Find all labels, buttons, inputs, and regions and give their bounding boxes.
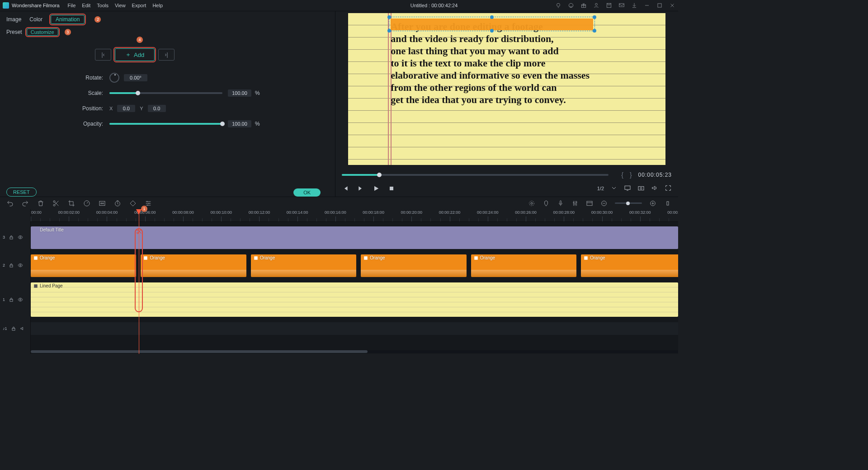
chevron-down-icon[interactable] (610, 184, 618, 193)
svg-rect-34 (34, 256, 38, 260)
brace-close[interactable]: } (630, 171, 632, 179)
play-button[interactable] (373, 185, 380, 192)
brace-open[interactable]: { (621, 171, 623, 179)
track-3[interactable]: Default Title (31, 226, 678, 249)
menu-tools[interactable]: Tools (97, 3, 108, 8)
tab-animation[interactable]: Animation (51, 15, 85, 24)
speed-icon[interactable] (83, 200, 90, 207)
svg-point-0 (557, 3, 560, 6)
position-x[interactable]: 0.0 (117, 105, 135, 112)
support-icon[interactable] (568, 2, 574, 9)
position-y[interactable]: 0.0 (148, 105, 166, 112)
track-audio[interactable] (31, 322, 678, 335)
stop-button[interactable] (388, 185, 395, 192)
next-frame-button[interactable] (357, 185, 364, 192)
render-icon[interactable] (528, 200, 535, 207)
time-ruler[interactable]: 00:00:00:0000:00:02:0000:00:04:0000:00:0… (31, 209, 678, 222)
svg-rect-14 (99, 201, 105, 205)
scale-pct: % (255, 90, 260, 96)
orange-clip[interactable]: Orange (471, 254, 576, 277)
subtab-preset[interactable]: Preset (6, 29, 22, 35)
zoom-in-icon[interactable] (649, 200, 656, 207)
svg-rect-39 (584, 256, 588, 260)
selection-box[interactable] (389, 17, 595, 31)
zoom-out-icon[interactable] (600, 200, 608, 207)
track-1[interactable]: Lined Page (31, 282, 678, 317)
scrubber[interactable] (342, 174, 609, 176)
mixer-icon[interactable] (571, 200, 579, 207)
orange-clip[interactable]: Orange (31, 254, 136, 277)
rotate-value[interactable]: 0.00° (124, 74, 147, 81)
add-keyframe-button[interactable]: ＋Add (115, 48, 155, 61)
menu-view[interactable]: View (115, 3, 126, 8)
track-head-1[interactable]: 1 (0, 297, 31, 302)
menu-export[interactable]: Export (132, 3, 146, 8)
opacity-value[interactable]: 100.00 (228, 120, 251, 127)
reset-button[interactable]: RESET (6, 188, 37, 197)
voiceover-icon[interactable] (557, 200, 564, 207)
delete-icon[interactable] (37, 200, 44, 207)
split-icon[interactable] (52, 200, 60, 207)
gift-icon[interactable] (580, 2, 587, 9)
duration-icon[interactable] (114, 200, 121, 207)
marker-icon[interactable] (542, 200, 550, 207)
svg-point-28 (20, 265, 21, 266)
menu-file[interactable]: File (68, 3, 76, 8)
tips-icon[interactable] (555, 2, 561, 9)
account-icon[interactable] (593, 2, 599, 9)
orange-clip[interactable]: Orange (581, 254, 678, 277)
layout-icon[interactable] (586, 200, 593, 207)
download-icon[interactable] (631, 2, 637, 9)
title-clip[interactable]: Default Title (31, 226, 678, 249)
track-head-a1[interactable]: ♪1 (0, 326, 31, 331)
text-line: elaborative and informative so even the … (391, 69, 638, 81)
orange-clip[interactable]: Orange (141, 254, 246, 277)
close-icon[interactable] (669, 2, 675, 9)
tab-color[interactable]: Color (29, 16, 42, 23)
orange-clip[interactable]: Orange (361, 254, 466, 277)
subtab-customize[interactable]: Customize (27, 28, 58, 36)
volume-icon[interactable] (651, 184, 658, 193)
menu-help[interactable]: Help (152, 3, 163, 8)
svg-point-16 (103, 202, 104, 204)
ruler-tick: 00:00:10:00 (210, 210, 232, 215)
maximize-icon[interactable] (656, 2, 663, 9)
rotate-knob[interactable] (109, 73, 119, 83)
keyframe-icon[interactable] (129, 200, 137, 207)
opacity-slider[interactable] (109, 123, 222, 125)
track-head-2[interactable]: 2 (0, 263, 31, 268)
ok-button[interactable]: OK (293, 188, 321, 197)
timeline[interactable]: 3 2 1 ♪1 00:00:00:0000:00:02:0000:00:04:… (0, 209, 678, 354)
rotate-label: Rotate: (0, 75, 109, 81)
tab-image[interactable]: Image (6, 16, 21, 23)
preview-viewport[interactable]: After you are done editing a footage and… (335, 11, 678, 167)
save-icon[interactable] (606, 2, 612, 9)
page-indicator[interactable]: 1/2 (597, 186, 604, 191)
player-scrubber-row: { } 00:00:05:23 (335, 167, 678, 183)
next-keyframe-button[interactable]: ›| (158, 49, 175, 61)
minimize-icon[interactable] (644, 2, 650, 9)
prev-frame-button[interactable] (342, 185, 349, 192)
scale-value[interactable]: 100.00 (228, 89, 251, 97)
timeline-scrollbar[interactable] (31, 350, 678, 353)
fullscreen-icon[interactable] (665, 184, 672, 193)
color-icon[interactable] (99, 200, 106, 207)
svg-rect-40 (34, 284, 38, 288)
display-mode-icon[interactable] (624, 184, 631, 193)
message-icon[interactable] (618, 2, 625, 9)
undo-icon[interactable] (6, 200, 14, 207)
track-head-3[interactable]: 3 (0, 235, 31, 240)
lined-clip[interactable]: Lined Page (31, 282, 678, 317)
scale-slider[interactable] (109, 92, 222, 94)
snapshot-icon[interactable] (637, 184, 645, 193)
auto-ripple-icon[interactable] (664, 197, 672, 210)
crop-icon[interactable] (68, 200, 75, 207)
zoom-slider[interactable] (615, 202, 642, 204)
svg-rect-25 (10, 237, 13, 240)
text-block[interactable]: After you are done editing a footage and… (391, 20, 638, 106)
redo-icon[interactable] (22, 200, 29, 207)
track-2[interactable]: OrangeOrangeOrangeOrangeOrangeOrange (31, 254, 678, 277)
prev-keyframe-button[interactable]: |‹ (95, 49, 111, 61)
orange-clip[interactable]: Orange (251, 254, 356, 277)
menu-edit[interactable]: Edit (82, 3, 90, 8)
